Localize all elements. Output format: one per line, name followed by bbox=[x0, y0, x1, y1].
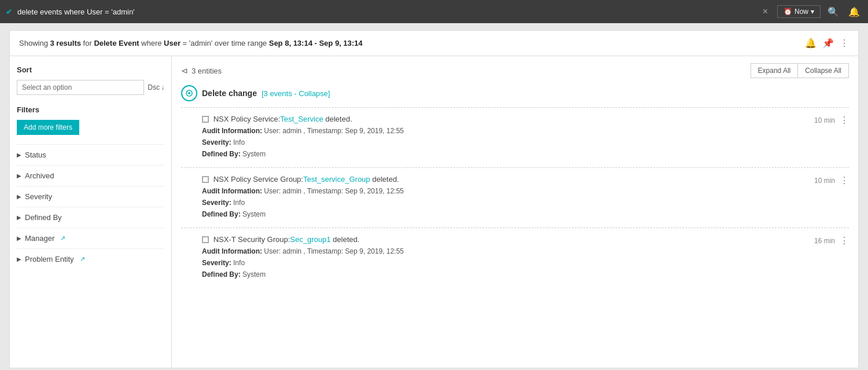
event1-defined-by: Defined By: System bbox=[202, 149, 807, 159]
filter-problem-entity[interactable]: ▶ Problem Entity ↗ bbox=[17, 248, 164, 269]
sort-label: Sort bbox=[17, 65, 164, 74]
event3-entity-name[interactable]: Sec_group1 bbox=[290, 235, 330, 244]
event1-severity: Severity: Info bbox=[202, 137, 807, 148]
for-text: for bbox=[81, 39, 94, 47]
sidebar: Sort Select an option Dsc ↓ Filters Add … bbox=[10, 56, 172, 368]
filter-problem-entity-label: Problem Entity bbox=[25, 255, 74, 263]
event2-menu-icon[interactable]: ⋮ bbox=[840, 175, 849, 186]
filter-arrow-icon: ▶ bbox=[17, 152, 21, 158]
event-group-title: Delete change bbox=[202, 89, 257, 98]
event-group: Delete change [3 events - Collapse] NSX … bbox=[181, 85, 849, 288]
filter-arrow-icon: ▶ bbox=[17, 193, 21, 200]
sort-select[interactable]: Select an option bbox=[17, 80, 144, 95]
filter-archived-label: Archived bbox=[25, 171, 54, 180]
event1-entity-name[interactable]: Test_Service bbox=[280, 115, 323, 123]
where-text: where bbox=[139, 39, 164, 47]
filter-defined-by[interactable]: ▶ Defined By bbox=[17, 207, 164, 228]
event3-audit: Audit Information: User: admin , Timesta… bbox=[202, 246, 807, 257]
event3-time: 16 min bbox=[814, 237, 835, 245]
event2-time: 10 min bbox=[814, 177, 835, 185]
filter-status[interactable]: ▶ Status bbox=[17, 144, 164, 165]
more-options-icon[interactable]: ⋮ bbox=[840, 38, 849, 49]
clock-icon: ⏰ bbox=[784, 8, 792, 16]
event-item-right: 16 min ⋮ bbox=[807, 235, 849, 246]
info-bar-text: Showing 3 results for Delete Event where… bbox=[19, 39, 363, 47]
content-area: Sort Select an option Dsc ↓ Filters Add … bbox=[9, 56, 859, 368]
svg-point-1 bbox=[188, 92, 190, 94]
filter-manager-label: Manager bbox=[25, 234, 54, 243]
event3-defined-by: Defined By: System bbox=[202, 269, 807, 280]
event-item-title: NSX-T Security Group:Sec_group1 deleted. bbox=[202, 235, 807, 244]
event-type-icon bbox=[202, 236, 209, 243]
filter-severity-label: Severity bbox=[25, 192, 52, 201]
pin-icon[interactable]: 📌 bbox=[822, 38, 834, 49]
filter-manager[interactable]: ▶ Manager ↗ bbox=[17, 228, 164, 248]
external-link-icon: ↗ bbox=[80, 255, 85, 263]
event3-title-prefix: NSX-T Security Group: bbox=[214, 235, 290, 244]
right-panel-header: ⊲ 3 entities Expand All Collapse All bbox=[181, 63, 849, 78]
main-wrapper: Showing 3 results for Delete Event where… bbox=[0, 23, 868, 370]
entities-count: ⊲ 3 entities bbox=[181, 66, 222, 75]
event2-title-prefix: NSX Policy Service Group: bbox=[214, 175, 303, 184]
collapse-all-button[interactable]: Collapse All bbox=[797, 63, 849, 78]
search-icon[interactable]: 🔍 bbox=[825, 4, 841, 20]
event-item: NSX-T Security Group:Sec_group1 deleted.… bbox=[181, 228, 849, 288]
right-panel: ⊲ 3 entities Expand All Collapse All bbox=[172, 56, 858, 368]
filter-severity[interactable]: ▶ Severity bbox=[17, 186, 164, 207]
event2-severity: Severity: Info bbox=[202, 197, 807, 208]
query-text: delete events where User = 'admin' bbox=[17, 8, 758, 16]
event3-severity: Severity: Info bbox=[202, 258, 807, 268]
event-item-right: 10 min ⋮ bbox=[807, 175, 849, 186]
alert-bell-icon[interactable]: 🔔 bbox=[805, 38, 816, 49]
event-item-content: NSX-T Security Group:Sec_group1 deleted.… bbox=[202, 235, 807, 281]
info-bar-icons: 🔔 📌 ⋮ bbox=[805, 38, 849, 49]
check-icon: ✔ bbox=[6, 7, 13, 16]
event-type: Delete Event bbox=[94, 39, 139, 47]
sort-order[interactable]: Dsc ↓ bbox=[148, 83, 164, 91]
filter-archived[interactable]: ▶ Archived bbox=[17, 165, 164, 186]
add-more-filters-button[interactable]: Add more filters bbox=[17, 120, 79, 135]
expand-collapse-buttons: Expand All Collapse All bbox=[751, 63, 849, 78]
entities-count-label: 3 entities bbox=[192, 67, 222, 75]
filter-arrow-icon: ▶ bbox=[17, 214, 21, 221]
event-group-meta[interactable]: [3 events - Collapse] bbox=[262, 89, 330, 98]
showing-prefix: Showing bbox=[19, 39, 50, 47]
event2-audit: Audit Information: User: admin , Timesta… bbox=[202, 186, 807, 196]
event2-defined-by: Defined By: System bbox=[202, 209, 807, 219]
filter-defined-by-label: Defined By bbox=[25, 213, 62, 222]
event3-menu-icon[interactable]: ⋮ bbox=[840, 235, 849, 246]
event2-title-suffix: deleted. bbox=[370, 175, 399, 184]
event3-title-suffix: deleted. bbox=[330, 235, 359, 244]
filter-arrow-icon: ▶ bbox=[17, 256, 21, 262]
filter-arrow-icon: ▶ bbox=[17, 235, 21, 241]
over-text: over time range bbox=[212, 39, 269, 47]
event-group-header: Delete change [3 events - Collapse] bbox=[181, 85, 849, 101]
info-bar: Showing 3 results for Delete Event where… bbox=[9, 30, 859, 56]
event-type-icon bbox=[202, 116, 209, 123]
event1-title-suffix: deleted. bbox=[323, 115, 352, 123]
bell-icon[interactable]: 🔔 bbox=[846, 4, 862, 20]
filter-key: User bbox=[164, 39, 181, 47]
filter-arrow-icon: ▶ bbox=[17, 173, 21, 179]
expand-all-button[interactable]: Expand All bbox=[751, 63, 798, 78]
event-group-icon bbox=[181, 85, 197, 101]
sort-order-label: Dsc bbox=[148, 83, 160, 91]
topbar: ✔ delete events where User = 'admin' × ⏰… bbox=[0, 0, 868, 23]
event1-time: 10 min bbox=[814, 116, 835, 124]
event-type-icon bbox=[202, 176, 209, 183]
close-icon[interactable]: × bbox=[763, 6, 768, 17]
event2-entity-name[interactable]: Test_service_Group bbox=[303, 175, 370, 184]
filters-label: Filters bbox=[17, 105, 164, 114]
event1-audit: Audit Information: User: admin , Timesta… bbox=[202, 126, 807, 136]
sort-order-icon: ↓ bbox=[161, 83, 164, 91]
chevron-down-icon: ▾ bbox=[811, 8, 814, 16]
now-button[interactable]: ⏰ Now ▾ bbox=[777, 5, 821, 18]
event1-title-prefix: NSX Policy Service: bbox=[214, 115, 281, 123]
event1-menu-icon[interactable]: ⋮ bbox=[840, 115, 849, 126]
sort-row: Select an option Dsc ↓ bbox=[17, 80, 164, 95]
now-label: Now bbox=[795, 8, 808, 16]
event-item: NSX Policy Service Group:Test_service_Gr… bbox=[181, 167, 849, 228]
filter-funnel-icon: ⊲ bbox=[181, 66, 188, 75]
result-count: 3 results bbox=[50, 39, 80, 47]
event-item-content: NSX Policy Service:Test_Service deleted.… bbox=[202, 115, 807, 160]
